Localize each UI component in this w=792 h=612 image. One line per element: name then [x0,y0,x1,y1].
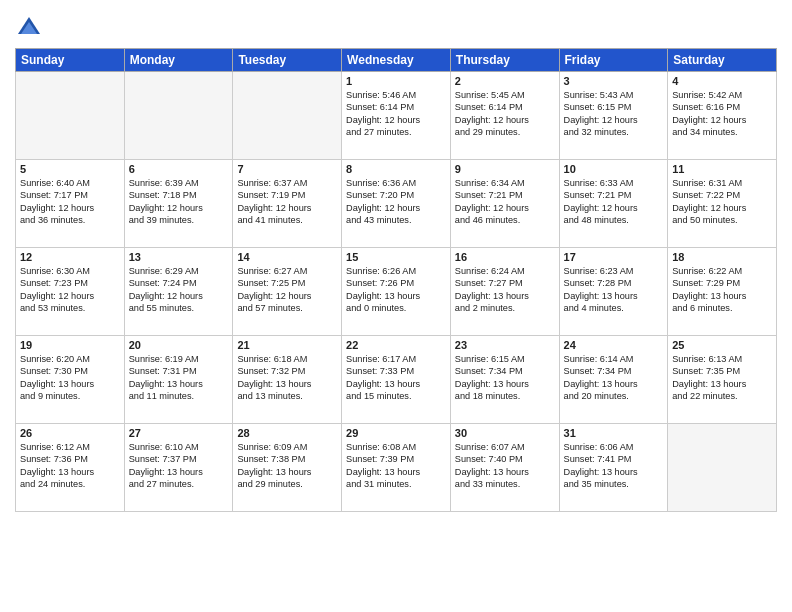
day-cell-20: 20Sunrise: 6:19 AM Sunset: 7:31 PM Dayli… [124,336,233,424]
day-cell-7: 7Sunrise: 6:37 AM Sunset: 7:19 PM Daylig… [233,160,342,248]
day-number: 1 [346,75,446,87]
day-info: Sunrise: 6:29 AM Sunset: 7:24 PM Dayligh… [129,265,229,315]
day-info: Sunrise: 6:17 AM Sunset: 7:33 PM Dayligh… [346,353,446,403]
week-row-1: 5Sunrise: 6:40 AM Sunset: 7:17 PM Daylig… [16,160,777,248]
day-cell-25: 25Sunrise: 6:13 AM Sunset: 7:35 PM Dayli… [668,336,777,424]
day-info: Sunrise: 5:42 AM Sunset: 6:16 PM Dayligh… [672,89,772,139]
empty-cell [668,424,777,512]
day-number: 23 [455,339,555,351]
day-number: 10 [564,163,664,175]
day-cell-14: 14Sunrise: 6:27 AM Sunset: 7:25 PM Dayli… [233,248,342,336]
day-cell-22: 22Sunrise: 6:17 AM Sunset: 7:33 PM Dayli… [342,336,451,424]
day-cell-1: 1Sunrise: 5:46 AM Sunset: 6:14 PM Daylig… [342,72,451,160]
day-cell-18: 18Sunrise: 6:22 AM Sunset: 7:29 PM Dayli… [668,248,777,336]
day-number: 14 [237,251,337,263]
page: SundayMondayTuesdayWednesdayThursdayFrid… [0,0,792,612]
empty-cell [233,72,342,160]
day-cell-16: 16Sunrise: 6:24 AM Sunset: 7:27 PM Dayli… [450,248,559,336]
day-number: 7 [237,163,337,175]
weekday-thursday: Thursday [450,49,559,72]
day-number: 16 [455,251,555,263]
day-number: 15 [346,251,446,263]
day-number: 6 [129,163,229,175]
day-number: 9 [455,163,555,175]
day-number: 18 [672,251,772,263]
day-cell-10: 10Sunrise: 6:33 AM Sunset: 7:21 PM Dayli… [559,160,668,248]
day-cell-11: 11Sunrise: 6:31 AM Sunset: 7:22 PM Dayli… [668,160,777,248]
day-number: 2 [455,75,555,87]
day-info: Sunrise: 6:23 AM Sunset: 7:28 PM Dayligh… [564,265,664,315]
day-number: 31 [564,427,664,439]
day-cell-31: 31Sunrise: 6:06 AM Sunset: 7:41 PM Dayli… [559,424,668,512]
day-cell-2: 2Sunrise: 5:45 AM Sunset: 6:14 PM Daylig… [450,72,559,160]
day-number: 17 [564,251,664,263]
day-number: 11 [672,163,772,175]
day-info: Sunrise: 5:43 AM Sunset: 6:15 PM Dayligh… [564,89,664,139]
day-info: Sunrise: 6:30 AM Sunset: 7:23 PM Dayligh… [20,265,120,315]
day-number: 25 [672,339,772,351]
day-info: Sunrise: 6:24 AM Sunset: 7:27 PM Dayligh… [455,265,555,315]
weekday-monday: Monday [124,49,233,72]
day-number: 30 [455,427,555,439]
day-cell-28: 28Sunrise: 6:09 AM Sunset: 7:38 PM Dayli… [233,424,342,512]
day-number: 21 [237,339,337,351]
day-info: Sunrise: 6:13 AM Sunset: 7:35 PM Dayligh… [672,353,772,403]
weekday-tuesday: Tuesday [233,49,342,72]
day-info: Sunrise: 6:34 AM Sunset: 7:21 PM Dayligh… [455,177,555,227]
day-cell-30: 30Sunrise: 6:07 AM Sunset: 7:40 PM Dayli… [450,424,559,512]
day-cell-29: 29Sunrise: 6:08 AM Sunset: 7:39 PM Dayli… [342,424,451,512]
day-cell-23: 23Sunrise: 6:15 AM Sunset: 7:34 PM Dayli… [450,336,559,424]
day-cell-24: 24Sunrise: 6:14 AM Sunset: 7:34 PM Dayli… [559,336,668,424]
day-number: 8 [346,163,446,175]
day-number: 13 [129,251,229,263]
day-cell-15: 15Sunrise: 6:26 AM Sunset: 7:26 PM Dayli… [342,248,451,336]
logo [15,14,46,42]
calendar-table: SundayMondayTuesdayWednesdayThursdayFrid… [15,48,777,512]
day-info: Sunrise: 6:15 AM Sunset: 7:34 PM Dayligh… [455,353,555,403]
day-info: Sunrise: 6:10 AM Sunset: 7:37 PM Dayligh… [129,441,229,491]
day-number: 22 [346,339,446,351]
logo-icon [15,14,43,42]
day-info: Sunrise: 6:31 AM Sunset: 7:22 PM Dayligh… [672,177,772,227]
weekday-saturday: Saturday [668,49,777,72]
week-row-2: 12Sunrise: 6:30 AM Sunset: 7:23 PM Dayli… [16,248,777,336]
day-cell-3: 3Sunrise: 5:43 AM Sunset: 6:15 PM Daylig… [559,72,668,160]
week-row-0: 1Sunrise: 5:46 AM Sunset: 6:14 PM Daylig… [16,72,777,160]
weekday-friday: Friday [559,49,668,72]
day-info: Sunrise: 6:33 AM Sunset: 7:21 PM Dayligh… [564,177,664,227]
empty-cell [16,72,125,160]
day-number: 29 [346,427,446,439]
empty-cell [124,72,233,160]
weekday-header-row: SundayMondayTuesdayWednesdayThursdayFrid… [16,49,777,72]
day-info: Sunrise: 6:06 AM Sunset: 7:41 PM Dayligh… [564,441,664,491]
day-info: Sunrise: 5:46 AM Sunset: 6:14 PM Dayligh… [346,89,446,139]
day-info: Sunrise: 6:14 AM Sunset: 7:34 PM Dayligh… [564,353,664,403]
day-info: Sunrise: 6:36 AM Sunset: 7:20 PM Dayligh… [346,177,446,227]
day-number: 5 [20,163,120,175]
day-cell-12: 12Sunrise: 6:30 AM Sunset: 7:23 PM Dayli… [16,248,125,336]
day-info: Sunrise: 6:39 AM Sunset: 7:18 PM Dayligh… [129,177,229,227]
week-row-3: 19Sunrise: 6:20 AM Sunset: 7:30 PM Dayli… [16,336,777,424]
week-row-4: 26Sunrise: 6:12 AM Sunset: 7:36 PM Dayli… [16,424,777,512]
header [15,10,777,42]
day-info: Sunrise: 6:27 AM Sunset: 7:25 PM Dayligh… [237,265,337,315]
day-info: Sunrise: 5:45 AM Sunset: 6:14 PM Dayligh… [455,89,555,139]
day-cell-19: 19Sunrise: 6:20 AM Sunset: 7:30 PM Dayli… [16,336,125,424]
day-number: 3 [564,75,664,87]
day-info: Sunrise: 6:26 AM Sunset: 7:26 PM Dayligh… [346,265,446,315]
day-cell-26: 26Sunrise: 6:12 AM Sunset: 7:36 PM Dayli… [16,424,125,512]
day-info: Sunrise: 6:19 AM Sunset: 7:31 PM Dayligh… [129,353,229,403]
day-info: Sunrise: 6:18 AM Sunset: 7:32 PM Dayligh… [237,353,337,403]
day-info: Sunrise: 6:12 AM Sunset: 7:36 PM Dayligh… [20,441,120,491]
weekday-sunday: Sunday [16,49,125,72]
day-number: 28 [237,427,337,439]
day-cell-9: 9Sunrise: 6:34 AM Sunset: 7:21 PM Daylig… [450,160,559,248]
day-number: 26 [20,427,120,439]
day-cell-21: 21Sunrise: 6:18 AM Sunset: 7:32 PM Dayli… [233,336,342,424]
day-info: Sunrise: 6:20 AM Sunset: 7:30 PM Dayligh… [20,353,120,403]
day-cell-27: 27Sunrise: 6:10 AM Sunset: 7:37 PM Dayli… [124,424,233,512]
day-info: Sunrise: 6:08 AM Sunset: 7:39 PM Dayligh… [346,441,446,491]
weekday-wednesday: Wednesday [342,49,451,72]
day-number: 24 [564,339,664,351]
day-info: Sunrise: 6:07 AM Sunset: 7:40 PM Dayligh… [455,441,555,491]
